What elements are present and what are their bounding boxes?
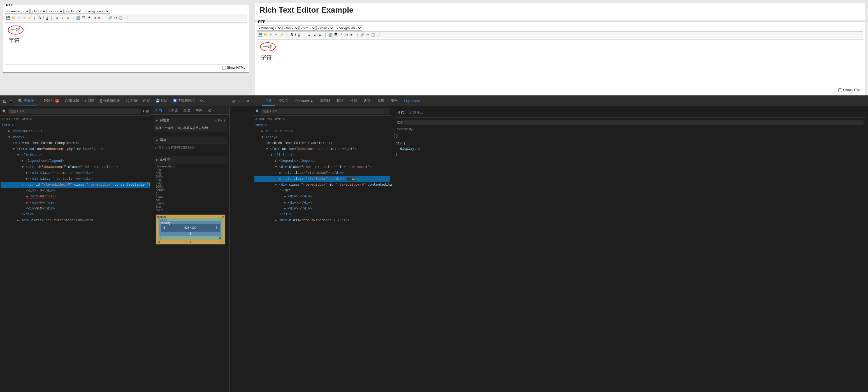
search-toggle-icon[interactable]: ⊡	[146, 109, 149, 113]
r-tree-html[interactable]: <html>	[254, 122, 390, 129]
tab-computed[interactable]: 计算样…	[407, 109, 426, 117]
tree-div-zifu[interactable]: <div>字符</div>	[1, 206, 150, 212]
r-tree-h1[interactable]: <h1>Rich Text Editor Example</h1>	[254, 140, 390, 146]
right-tab-sources[interactable]: 源代码	[317, 96, 334, 106]
paste-icon[interactable]: 📄	[124, 16, 129, 21]
tab-performance[interactable]: 🎧 性能	[123, 97, 140, 106]
tree-fieldset[interactable]: ▼ <fieldset>	[1, 152, 150, 158]
size-select[interactable]: - size -	[47, 9, 64, 14]
filter-tab-computed[interactable]: 计算值	[166, 107, 179, 113]
r-tree-div-b[interactable]: ▶ <div>…</div>	[254, 200, 390, 206]
list-ul-icon[interactable]: ☰	[81, 16, 86, 21]
right-color-select[interactable]: - color -	[316, 26, 334, 31]
r-tree-div-a[interactable]: ▶ <div>…</div>	[254, 194, 390, 200]
filter-tab-more[interactable]: 动…	[206, 107, 216, 113]
scissors-icon[interactable]: ✂	[113, 16, 118, 21]
r-tree-legend[interactable]: ▶ <legend>…</legend>	[254, 158, 390, 164]
r-tree-rte-editbox[interactable]: ▼ <div class="rte-editbox" id="rte-editb…	[254, 182, 390, 188]
left-show-html-checkbox[interactable]	[222, 66, 226, 69]
italic-button[interactable]: I	[42, 16, 44, 20]
tree-rte-editbox[interactable]: ▼ <div id="rte-editbox-0" class="rte-edi…	[1, 182, 150, 188]
tab-memory[interactable]: 内存	[141, 97, 153, 106]
open-icon[interactable]: 📂	[11, 16, 16, 21]
tab-more-button[interactable]: >>	[197, 98, 207, 105]
formatting-select[interactable]: - formatting -	[5, 9, 30, 14]
right-copy-icon[interactable]: 📋	[371, 32, 376, 37]
right-outdent-icon[interactable]: ⇤	[349, 32, 354, 37]
font-select[interactable]: - font -	[30, 9, 46, 14]
right-bold-button[interactable]: B	[290, 32, 294, 37]
r-tree-close-div[interactable]: </div>	[254, 212, 390, 218]
align-center-icon[interactable]: ≡	[60, 16, 65, 21]
html-search-input[interactable]	[8, 109, 141, 114]
bold-button[interactable]: B	[37, 16, 42, 20]
tree-head[interactable]: ▶ <head>⊞⊞</head>	[1, 129, 150, 134]
right-tab-application[interactable]: 应用	[374, 96, 388, 106]
tree-doctype[interactable]: <!DOCTYPE html>	[1, 117, 150, 122]
tree-switchmode[interactable]: ▶ <div class="rte-switchmode">⊞⊞</div>	[1, 218, 150, 223]
right-tab-memory[interactable]: 内存	[361, 96, 374, 106]
tab-debugger[interactable]: ⬡ 调试器	[62, 97, 82, 106]
right-scissors-icon[interactable]: ✂	[365, 32, 370, 37]
tab-storage[interactable]: 💾 存储	[153, 97, 170, 106]
right-tab-elements[interactable]: 元素	[262, 96, 275, 106]
filter-tab-layout[interactable]: 布局	[154, 107, 164, 113]
right-tab-performance[interactable]: 性能	[347, 96, 361, 106]
right-link-icon[interactable]: 🔗	[360, 32, 365, 37]
right-formatting-select[interactable]: - formatting -	[257, 26, 282, 31]
right-list-ul-icon[interactable]: ☰	[333, 32, 338, 37]
right-tab-inspect-icon[interactable]: ⊡	[252, 96, 262, 106]
settings-button[interactable]: ⚙	[231, 99, 237, 104]
background-select[interactable]: - background -	[83, 9, 110, 14]
r-tree-rte-tools[interactable]: ▶ <div class="rte-tools">…</div> == $0	[254, 176, 390, 182]
lightning-icon[interactable]: ⚡	[27, 16, 32, 21]
tree-h1[interactable]: <h1>Rich Text Editor Example</h1>	[1, 140, 150, 146]
styles-filter-input[interactable]	[404, 120, 864, 125]
grid-expand-arrow[interactable]: ▶	[156, 139, 158, 142]
outdent-icon[interactable]: ⇤	[97, 16, 102, 21]
right-show-html-checkbox[interactable]	[838, 88, 842, 92]
tree-newcomment[interactable]: ▼ <div id="newcomment" class="rich-text-…	[1, 164, 150, 170]
quote-icon[interactable]: ❝	[87, 16, 92, 21]
right-html-search-input[interactable]	[261, 109, 389, 114]
right-tab-console[interactable]: 控制台	[275, 96, 292, 106]
r-tree-div-c[interactable]: ▶ <div>…</div>	[254, 206, 390, 212]
color-select[interactable]: - color -	[64, 9, 82, 14]
r-tree-doctype[interactable]: <!DOCTYPE html>	[254, 117, 390, 122]
filter-tab-changes[interactable]: 更改	[182, 107, 192, 113]
close-devtools-button[interactable]: ✕	[245, 99, 251, 104]
right-tab-security[interactable]: 安全	[388, 96, 401, 106]
indent-icon[interactable]: ⇥	[92, 16, 97, 21]
right-paste-icon[interactable]: 📄	[376, 32, 381, 37]
tree-body[interactable]: ▼ <body>	[1, 135, 150, 140]
copy-icon[interactable]: 📋	[119, 16, 124, 21]
underline-button[interactable]: U	[45, 16, 49, 20]
tab-accessibility[interactable]: ♿ 无障碍环境	[170, 97, 197, 106]
right-rte-editbox[interactable]: 一串 字符	[257, 39, 863, 87]
add-node-button[interactable]: +	[142, 109, 145, 114]
r-tree-form[interactable]: ▼ <form action="addcomment.php" method="…	[254, 146, 390, 152]
align-left-icon[interactable]: ≡	[55, 16, 60, 21]
tab-network[interactable]: ↕ 网络	[82, 97, 97, 106]
r-tree-fieldset[interactable]: ▼ <fieldset>	[254, 152, 390, 158]
right-background-select[interactable]: - background -	[335, 26, 362, 31]
redo-icon[interactable]: ↪	[22, 16, 27, 21]
tree-div-yichuan[interactable]: <div>一串</div>	[1, 188, 150, 194]
right-redo-icon[interactable]: ↪	[274, 32, 279, 37]
right-size-select[interactable]: - size -	[299, 26, 316, 31]
tree-close-div[interactable]: </div>	[1, 212, 150, 218]
right-lightning-icon[interactable]: ⚡	[279, 32, 284, 37]
r-tree-body[interactable]: ▼ <body>	[254, 135, 390, 140]
r-tree-rte-menus[interactable]: ▶ <div class="rte-menus">…</div>	[254, 170, 390, 176]
tree-legend[interactable]: ▶ <legend>⊞⊞</legend>	[1, 158, 150, 164]
right-indent-icon[interactable]: ⇥	[344, 32, 349, 37]
left-rte-editbox[interactable]: 一串 字符	[5, 22, 247, 64]
save-icon[interactable]: 💾	[6, 16, 11, 21]
link-icon[interactable]: 🔗	[108, 16, 113, 21]
responsive-button[interactable]: 📱	[8, 99, 14, 104]
r-tree-newcomment[interactable]: ▼ <div class="rich-text-editor" id="newc…	[254, 164, 390, 170]
right-save-icon[interactable]: 💾	[258, 32, 263, 37]
right-open-icon[interactable]: 📂	[263, 32, 268, 37]
tree-rte-tools[interactable]: ▶ <div class="rte-tools">⊞⊞</div>	[1, 176, 150, 182]
tree-div-2[interactable]: ▶ <div>⊞⊞</div>	[1, 194, 150, 200]
